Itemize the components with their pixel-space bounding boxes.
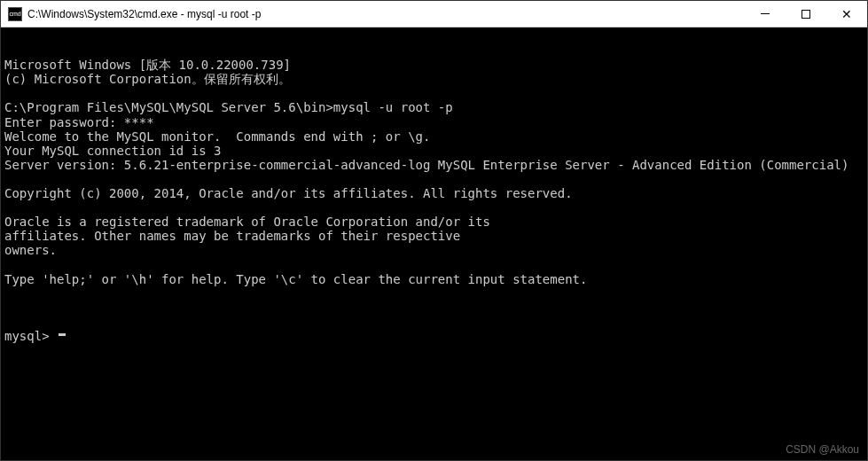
terminal-line: affiliates. Other names may be trademark… [4, 229, 864, 243]
cmd-icon-label: cmd [9, 11, 20, 17]
terminal-line: Oracle is a registered trademark of Orac… [4, 215, 864, 229]
terminal-line: Type 'help;' or '\h' for help. Type '\c'… [4, 272, 864, 286]
mysql-prompt: mysql> [4, 329, 57, 343]
terminal-lines: Microsoft Windows [版本 10.0.22000.739](c)… [4, 58, 864, 301]
maximize-button[interactable] [786, 1, 826, 27]
terminal-line: Enter password: **** [4, 115, 864, 129]
terminal-line [4, 286, 864, 301]
close-icon: ✕ [841, 8, 852, 20]
terminal-line: (c) Microsoft Corporation。保留所有权利。 [4, 72, 864, 86]
watermark: CSDN @Akkou [786, 443, 859, 456]
terminal-line: Server version: 5.6.21-enterprise-commer… [4, 158, 864, 172]
minimize-icon [761, 13, 770, 14]
terminal-line: Copyright (c) 2000, 2014, Oracle and/or … [4, 186, 864, 200]
minimize-button[interactable] [745, 1, 786, 27]
cmd-window: cmd C:\Windows\System32\cmd.exe - mysql … [0, 0, 868, 461]
terminal-line: owners. [4, 243, 864, 257]
terminal-line [4, 258, 864, 272]
window-title: C:\Windows\System32\cmd.exe - mysql -u r… [27, 8, 745, 20]
terminal-line [4, 86, 864, 100]
terminal-line: Your MySQL connection id is 3 [4, 144, 864, 158]
maximize-icon [802, 10, 810, 19]
terminal-output[interactable]: Microsoft Windows [版本 10.0.22000.739](c)… [1, 27, 867, 460]
close-button[interactable]: ✕ [826, 1, 867, 27]
terminal-line: Microsoft Windows [版本 10.0.22000.739] [4, 58, 864, 72]
window-controls: ✕ [745, 1, 867, 27]
terminal-line [4, 172, 864, 186]
cursor [59, 333, 66, 336]
terminal-line: Welcome to the MySQL monitor. Commands e… [4, 129, 864, 144]
titlebar[interactable]: cmd C:\Windows\System32\cmd.exe - mysql … [1, 1, 867, 27]
terminal-line [4, 200, 864, 215]
cmd-icon: cmd [8, 7, 22, 21]
prompt-line: mysql> [4, 329, 864, 343]
terminal-line: C:\Program Files\MySQL\MySQL Server 5.6\… [4, 100, 864, 114]
